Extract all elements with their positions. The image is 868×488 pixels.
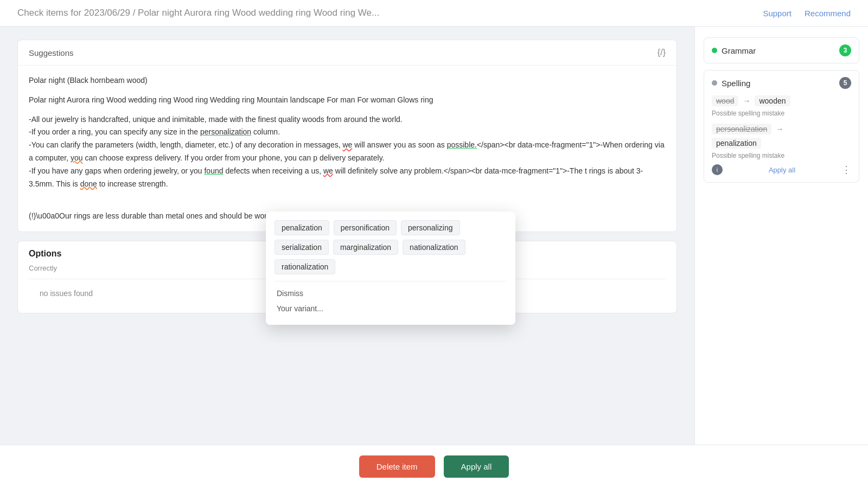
correct-word-1: wooden (755, 95, 790, 106)
apply-all-row: i Apply all ⋮ (712, 164, 851, 176)
spelling-label: Spelling (722, 79, 750, 88)
spelling-section: Spelling 5 wood → wooden Possible spelli… (704, 70, 859, 183)
breadcrumb-prefix: Check items for 2023/06/29 (17, 8, 130, 18)
grammar-header: Grammar 3 (712, 44, 851, 56)
suggestion-chip-3[interactable]: personalizing (401, 220, 460, 235)
text-warning: (!)\u00a0Our rings are less durable than… (29, 211, 304, 220)
grammar-left: Grammar (712, 46, 756, 55)
apply-all-sidebar-button[interactable]: Apply all (769, 166, 795, 174)
apply-all-button[interactable]: Apply all (444, 455, 509, 478)
spelling-row-2: personalization → (712, 124, 851, 134)
recommend-link[interactable]: Recommend (805, 9, 851, 18)
text-line-3: -You can clarify the parameters (width, … (29, 140, 665, 162)
breadcrumb-suffix: Polar night Aurora ring Wood wedding rin… (138, 8, 379, 18)
suggestion-chip-1[interactable]: penalization (275, 220, 329, 235)
code-icon[interactable]: {/} (658, 48, 666, 57)
arrow-icon-1: → (743, 97, 750, 105)
text-content-1: Polar night (Black hornbeam wood) (29, 76, 148, 85)
breadcrumb: Check items for 2023/06/29 / Polar night… (17, 8, 379, 18)
suggestion-chip-2[interactable]: personification (334, 220, 397, 235)
suggestions-label: Suggestions (29, 48, 74, 57)
found-underline: found (204, 166, 223, 175)
suggestion-chip-7[interactable]: rationalization (275, 259, 335, 274)
text-content-2: Polar night Aurora ring Wood wedding rin… (29, 95, 433, 104)
dropdown-divider (275, 281, 507, 281)
spelling-note-2: Possible spelling mistake (712, 152, 851, 159)
right-sidebar: Grammar 3 Spelling 5 wood → wooden (694, 27, 868, 484)
spelling-row-1: wood → wooden (712, 95, 851, 106)
spelling-item-2: personalization → penalization Possible … (712, 124, 851, 176)
text-paragraph-3: -All our jewelry is handcrafted, unique … (29, 113, 666, 191)
delete-item-button[interactable]: Delete item (359, 455, 435, 478)
text-line-4: -If you have any gaps when ordering jewe… (29, 166, 643, 188)
grammar-section: Grammar 3 (704, 37, 859, 63)
breadcrumb-separator: / (133, 8, 138, 18)
suggestion-chip-4[interactable]: serialization (275, 240, 329, 255)
spelling-dot (712, 80, 717, 86)
suggestion-chip-6[interactable]: nationalization (403, 240, 465, 255)
header-actions: Support Recommend (763, 9, 851, 18)
grammar-dot (712, 48, 717, 53)
suggestion-chip-5[interactable]: marginalization (333, 240, 398, 255)
text-line-2: -If you order a ring, you can specify an… (29, 127, 280, 136)
suggestions-card-body: Polar night (Black hornbeam wood) Polar … (18, 66, 676, 232)
done-underline: done (80, 179, 97, 188)
arrow-icon-2: → (776, 125, 783, 133)
spelling-left: Spelling (712, 79, 750, 88)
spelling-header: Spelling 5 (712, 77, 851, 89)
you-underline: you (71, 153, 83, 162)
page-header: Check items for 2023/06/29 / Polar night… (0, 0, 868, 27)
we2-underline: we (323, 166, 333, 175)
possible-underline: possible. (447, 140, 477, 149)
suggestions-card: Suggestions {/} Polar night (Black hornb… (17, 40, 677, 232)
we-underline: we (342, 140, 352, 149)
support-link[interactable]: Support (763, 9, 792, 18)
spelling-badge: 5 (839, 77, 851, 89)
text-paragraph-1: Polar night (Black hornbeam wood) (29, 74, 666, 87)
bottom-bar: Delete item Apply all (0, 445, 868, 488)
suggestions-card-header: Suggestions {/} (18, 40, 676, 66)
grammar-label: Grammar (722, 46, 756, 55)
more-options-icon[interactable]: ⋮ (841, 164, 851, 176)
dismiss-action[interactable]: Dismiss (275, 286, 507, 301)
your-variant-action[interactable]: Your variant... (275, 301, 507, 316)
text-line-1: -All our jewelry is handcrafted, unique … (29, 115, 403, 124)
spelling-note-1: Possible spelling mistake (712, 110, 851, 117)
text-paragraph-2: Polar night Aurora ring Wood wedding rin… (29, 94, 666, 107)
wrong-word-2: personalization (712, 124, 771, 134)
correct-word-2: penalization (712, 138, 761, 149)
personalization-underline: personalization (200, 127, 251, 136)
suggestion-chips: penalization personification personalizi… (275, 220, 507, 274)
spelling-dropdown: penalization personification personalizi… (266, 211, 515, 325)
grammar-badge: 3 (839, 44, 851, 56)
spelling-item-1: wood → wooden Possible spelling mistake (712, 95, 851, 117)
wrong-word-1: wood (712, 95, 738, 106)
info-icon[interactable]: i (712, 164, 723, 175)
